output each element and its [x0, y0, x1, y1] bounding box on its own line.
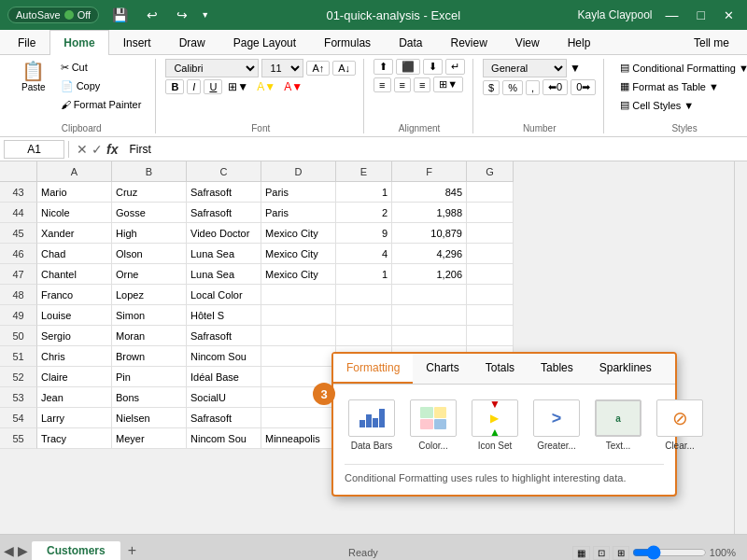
cell[interactable]: 10,879 — [392, 223, 467, 244]
cell[interactable]: Luna Sea — [187, 244, 261, 264]
cell[interactable] — [336, 305, 392, 326]
qa-item-iconset[interactable]: ▼ ▶ ▲ Icon Set — [468, 396, 522, 455]
cell[interactable]: Nincom Sou — [187, 428, 261, 449]
cell[interactable] — [467, 264, 514, 285]
cell[interactable] — [336, 326, 392, 346]
scroll-tabs-left[interactable]: ◀ — [4, 543, 14, 558]
decrease-decimal-button[interactable]: ⬅0 — [543, 79, 568, 95]
maximize-button[interactable]: □ — [692, 6, 711, 24]
undo-dropdown[interactable]: ▼ — [201, 10, 209, 20]
cell[interactable]: Nincom Sou — [187, 346, 261, 367]
cell[interactable]: Safrasoft — [187, 326, 261, 346]
page-break-view-button[interactable]: ⊞ — [613, 546, 629, 560]
align-bottom-button[interactable]: ⬇ — [423, 59, 443, 75]
fx-icon[interactable]: fx — [106, 142, 118, 157]
cell[interactable]: Mexico City — [261, 223, 336, 244]
row-header[interactable]: 50 — [0, 326, 37, 346]
col-header-f[interactable]: F — [392, 161, 467, 182]
cell[interactable]: Paris — [261, 182, 336, 203]
cell[interactable]: Idéal Base — [187, 367, 261, 387]
row-header[interactable]: 53 — [0, 387, 37, 408]
tab-file[interactable]: File — [4, 30, 49, 55]
cell[interactable]: 4 — [336, 244, 392, 264]
cell[interactable]: Lopez — [112, 285, 187, 305]
qa-item-databars[interactable]: Data Bars — [345, 396, 399, 455]
cell[interactable]: Gosse — [112, 203, 187, 223]
tab-page-layout[interactable]: Page Layout — [219, 30, 310, 55]
row-header[interactable]: 44 — [0, 203, 37, 223]
tab-data[interactable]: Data — [385, 30, 436, 55]
cell[interactable]: Sergio — [37, 326, 112, 346]
wrap-text-button[interactable]: ↵ — [445, 59, 465, 75]
comma-button[interactable]: , — [526, 80, 540, 95]
align-middle-button[interactable]: ⬛ — [396, 59, 420, 75]
col-header-c[interactable]: C — [187, 161, 261, 182]
cell[interactable] — [467, 223, 514, 244]
cell[interactable] — [467, 244, 514, 264]
cell[interactable]: Nicole — [37, 203, 112, 223]
copy-button[interactable]: 📄 Copy — [54, 77, 148, 95]
cell[interactable]: Mexico City — [261, 244, 336, 264]
increase-decimal-button[interactable]: 0➡ — [571, 79, 596, 95]
qa-item-clear[interactable]: ⊘ Clear... — [653, 396, 707, 455]
col-header-d[interactable]: D — [261, 161, 336, 182]
cell[interactable]: Mario — [37, 182, 112, 203]
row-header[interactable]: 54 — [0, 408, 37, 428]
cell[interactable]: Nielsen — [112, 408, 187, 428]
qa-item-color[interactable]: Color... — [406, 396, 460, 455]
cell[interactable] — [261, 408, 336, 428]
cell[interactable]: Minneapolis — [261, 428, 336, 449]
row-header[interactable]: 48 — [0, 285, 37, 305]
cell[interactable]: Olson — [112, 244, 187, 264]
cell[interactable]: Xander — [37, 223, 112, 244]
cell[interactable]: 4,296 — [392, 244, 467, 264]
tab-review[interactable]: Review — [436, 30, 500, 55]
col-header-g[interactable]: G — [467, 161, 514, 182]
cell[interactable]: Pin — [112, 367, 187, 387]
cell[interactable]: Hôtel S — [187, 305, 261, 326]
cell[interactable]: Franco — [37, 285, 112, 305]
minimize-button[interactable]: — — [660, 6, 684, 24]
qa-tab-formatting[interactable]: Formatting — [333, 354, 413, 384]
cell[interactable]: 1 — [336, 264, 392, 285]
cancel-formula-icon[interactable]: ✕ — [77, 142, 88, 157]
cell[interactable]: Safrasoft — [187, 408, 261, 428]
cell[interactable]: 9 — [336, 223, 392, 244]
tab-home[interactable]: Home — [49, 30, 108, 55]
tab-draw[interactable]: Draw — [165, 30, 219, 55]
conditional-formatting-button[interactable]: ▤ Conditional Formatting ▼ — [613, 59, 747, 77]
scrollbar[interactable] — [734, 161, 747, 534]
cut-button[interactable]: ✂ Cut — [54, 59, 148, 77]
cell[interactable]: Larry — [37, 408, 112, 428]
page-layout-view-button[interactable]: ⊡ — [593, 546, 610, 560]
cell[interactable]: 2 — [336, 203, 392, 223]
font-name-select[interactable]: Calibri — [165, 59, 259, 77]
cell[interactable]: Local Color — [187, 285, 261, 305]
qa-item-greater[interactable]: > Greater... — [529, 396, 584, 455]
cell[interactable]: SocialU — [187, 387, 261, 408]
scroll-tabs-right[interactable]: ▶ — [18, 543, 28, 558]
cell[interactable]: Paris — [261, 203, 336, 223]
underline-button[interactable]: U — [204, 79, 222, 94]
currency-button[interactable]: $ — [483, 80, 500, 95]
decrease-font-button[interactable]: A↓ — [332, 61, 356, 76]
cell[interactable]: 1,206 — [392, 264, 467, 285]
cell[interactable] — [336, 285, 392, 305]
cell[interactable] — [392, 285, 467, 305]
confirm-formula-icon[interactable]: ✓ — [92, 142, 103, 157]
cell-styles-dropdown[interactable]: ▼ — [684, 100, 694, 111]
redo-button[interactable]: ↪ — [171, 6, 193, 24]
normal-view-button[interactable]: ▦ — [572, 546, 590, 560]
cell[interactable]: Bons — [112, 387, 187, 408]
format-painter-button[interactable]: 🖌 Format Painter — [54, 96, 148, 113]
qa-tab-totals[interactable]: Totals — [472, 354, 528, 384]
qa-tab-tables[interactable]: Tables — [528, 354, 586, 384]
tab-help[interactable]: Help — [554, 30, 605, 55]
cell[interactable] — [467, 305, 514, 326]
cell[interactable]: Chantel — [37, 264, 112, 285]
align-top-button[interactable]: ⬆ — [374, 59, 393, 75]
cell[interactable]: Safrasoft — [187, 203, 261, 223]
sheet-tab-customers[interactable]: Customers — [32, 541, 120, 560]
cell[interactable]: Video Doctor — [187, 223, 261, 244]
number-format-dropdown[interactable]: ▼ — [570, 62, 581, 75]
